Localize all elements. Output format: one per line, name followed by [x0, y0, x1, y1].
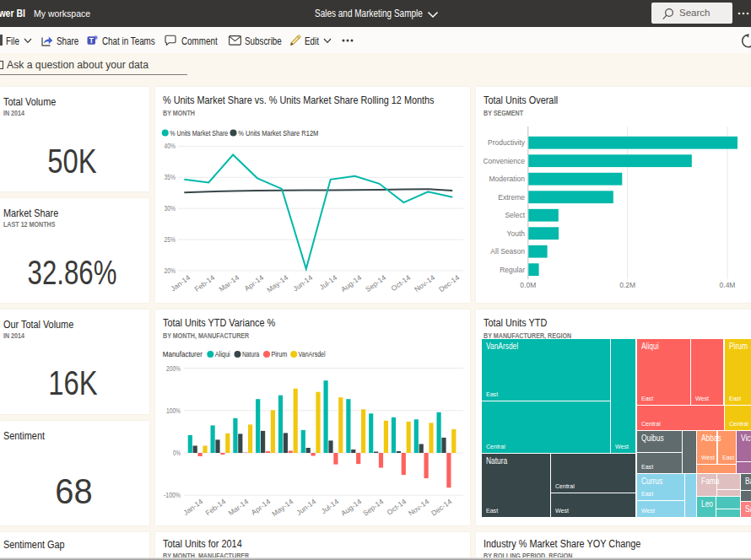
svg-text:40%: 40%	[165, 142, 176, 150]
svg-text:Jun-14: Jun-14	[291, 273, 314, 293]
svg-text:Mar-14: Mar-14	[227, 497, 251, 517]
svg-text:100%: 100%	[166, 407, 181, 415]
svg-text:Extreme: Extreme	[498, 193, 525, 202]
svg-text:T: T	[89, 37, 94, 45]
svg-text:Nov-14: Nov-14	[413, 273, 436, 293]
svg-text:Jun-14: Jun-14	[294, 497, 317, 517]
svg-text:200%: 200%	[166, 364, 181, 373]
svg-text:VanArsdel: VanArsdel	[299, 350, 326, 358]
svg-text:25%: 25%	[165, 235, 176, 244]
svg-text:Regular: Regular	[500, 266, 525, 274]
svg-text:All Season: All Season	[490, 247, 525, 256]
svg-text:Mar-14: Mar-14	[218, 273, 241, 293]
svg-text:Oct-14: Oct-14	[390, 273, 413, 293]
svg-text:Pirum: Pirum	[271, 350, 287, 358]
svg-text:Aug-14: Aug-14	[339, 497, 363, 517]
svg-text:Dec-14: Dec-14	[437, 273, 461, 293]
svg-text:Manufacturer: Manufacturer	[163, 350, 203, 358]
svg-text:Sep-14: Sep-14	[361, 497, 385, 517]
svg-text:Feb-14: Feb-14	[204, 497, 228, 517]
svg-text:Feb-14: Feb-14	[193, 273, 217, 293]
svg-text:0.2M: 0.2M	[619, 281, 635, 289]
svg-text:Jul-14: Jul-14	[320, 497, 341, 515]
svg-text:Jan-14: Jan-14	[181, 497, 204, 517]
svg-text:Convenience: Convenience	[483, 157, 525, 165]
svg-text:Oct-14: Oct-14	[386, 497, 408, 516]
svg-text:Moderation: Moderation	[489, 175, 525, 183]
svg-text:Apr-14: Apr-14	[243, 273, 266, 293]
svg-text:% Units Market Share: % Units Market Share	[170, 129, 228, 137]
svg-text:Youth: Youth	[507, 229, 526, 238]
svg-text:Aug-14: Aug-14	[339, 273, 363, 293]
svg-text:Select: Select	[505, 211, 525, 219]
svg-text:Apr-14: Apr-14	[250, 497, 273, 516]
svg-text:Nov-14: Nov-14	[407, 497, 430, 517]
svg-text:May-14: May-14	[265, 273, 289, 294]
svg-text:0.0M: 0.0M	[520, 281, 536, 289]
svg-text:0%: 0%	[173, 449, 181, 457]
svg-text:0.4M: 0.4M	[720, 281, 736, 289]
svg-text:30%: 30%	[165, 204, 176, 213]
svg-text:Jul-14: Jul-14	[318, 273, 339, 292]
svg-text:May-14: May-14	[270, 497, 294, 518]
svg-text:% Units Market Share R12M: % Units Market Share R12M	[238, 129, 318, 137]
svg-text:35%: 35%	[165, 173, 176, 181]
svg-text:-100%: -100%	[164, 491, 181, 499]
svg-text:Aliqui: Aliqui	[215, 350, 230, 358]
svg-text:Sep-14: Sep-14	[364, 273, 387, 293]
svg-text:20%: 20%	[165, 267, 176, 275]
svg-text:Dec-14: Dec-14	[430, 497, 453, 517]
svg-text:Productivity: Productivity	[488, 138, 526, 147]
svg-text:Jan-14: Jan-14	[169, 273, 192, 293]
svg-text:Natura: Natura	[242, 350, 260, 358]
